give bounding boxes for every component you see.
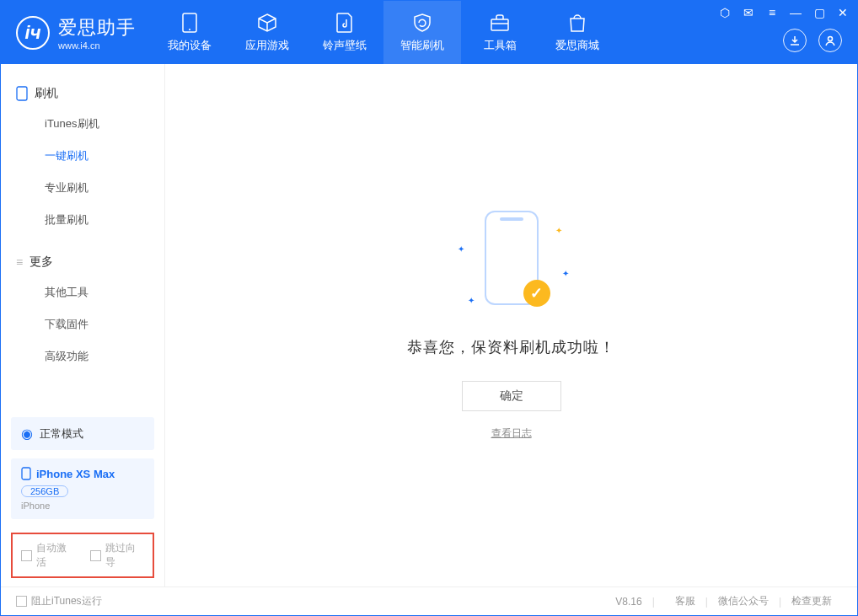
- nav-tab-ringtones[interactable]: 铃声壁纸: [306, 1, 383, 64]
- app-subtitle: www.i4.cn: [58, 40, 136, 51]
- success-message: 恭喜您，保资料刷机成功啦！: [407, 337, 615, 357]
- footer-link-support[interactable]: 客服: [675, 594, 695, 608]
- svg-point-3: [829, 37, 833, 41]
- checkbox-block-itunes[interactable]: 阻止iTunes运行: [16, 594, 102, 608]
- sidebar-item-advanced[interactable]: 高级功能: [1, 340, 164, 372]
- nav-tab-toolbox[interactable]: 工具箱: [461, 1, 539, 64]
- logo-area: iч 爱思助手 www.i4.cn: [1, 1, 151, 64]
- nav-tab-label: 爱思商城: [555, 38, 599, 53]
- music-file-icon: [333, 13, 357, 33]
- checkbox-icon: [90, 550, 101, 561]
- checkbox-skip-guide[interactable]: 跳过向导: [90, 541, 144, 570]
- checkbox-label: 阻止iTunes运行: [31, 594, 102, 608]
- feedback-icon[interactable]: ✉: [741, 6, 756, 19]
- nav-tab-my-device[interactable]: 我的设备: [151, 1, 228, 64]
- version-label: V8.16: [615, 596, 641, 608]
- device-name-row: iPhone XS Max: [21, 467, 144, 480]
- app-title: 爱思助手: [58, 15, 136, 40]
- app-window: iч 爱思助手 www.i4.cn 我的设备 应用游戏: [0, 0, 858, 616]
- sidebar-item-batch-flash[interactable]: 批量刷机: [1, 204, 164, 236]
- nav-tab-label: 我的设备: [168, 38, 212, 53]
- shirt-icon[interactable]: ⬡: [717, 6, 732, 19]
- checkbox-label: 自动激活: [36, 541, 75, 570]
- device-box[interactable]: iPhone XS Max 256GB iPhone: [11, 458, 154, 519]
- sidebar-item-other-tools[interactable]: 其他工具: [1, 276, 164, 308]
- svg-rect-5: [22, 468, 30, 479]
- divider: |: [652, 596, 655, 608]
- sidebar-group-title: 刷机: [35, 86, 58, 101]
- success-illustration: ✓ ✦ ✦ ✦ ✦: [453, 211, 571, 312]
- bag-icon: [566, 13, 589, 33]
- window-controls: ⬡ ✉ ≡ ― ▢ ✕: [717, 6, 850, 19]
- svg-rect-4: [17, 87, 27, 100]
- sidebar-item-itunes-flash[interactable]: iTunes刷机: [1, 108, 164, 140]
- nav-tabs: 我的设备 应用游戏 铃声壁纸 智能刷机: [151, 1, 616, 64]
- nav-tab-apps[interactable]: 应用游戏: [228, 1, 306, 64]
- phone-icon: [21, 467, 31, 480]
- sidebar-item-pro-flash[interactable]: 专业刷机: [1, 172, 164, 204]
- close-button[interactable]: ✕: [835, 6, 850, 19]
- sidebar-list: 刷机 iTunes刷机 一键刷机 专业刷机 批量刷机 ≡ 更多 其他工具 下载固…: [1, 64, 164, 417]
- footer-link-update[interactable]: 检查更新: [791, 594, 832, 608]
- sidebar-group-title: 更多: [29, 254, 53, 270]
- svg-point-1: [189, 29, 190, 30]
- nav-tab-label: 铃声壁纸: [323, 38, 367, 53]
- nav-tab-store[interactable]: 爱思商城: [539, 1, 616, 64]
- sidebar-group-flash: 刷机: [1, 79, 164, 108]
- main-content: ✓ ✦ ✦ ✦ ✦ 恭喜您，保资料刷机成功啦！ 确定 查看日志: [165, 64, 857, 587]
- mode-box[interactable]: ◉ 正常模式: [11, 417, 154, 450]
- checkbox-icon: [16, 596, 27, 607]
- divider: |: [779, 596, 781, 608]
- sparkle-icon: ✦: [562, 269, 569, 278]
- device-capacity: 256GB: [21, 485, 68, 497]
- sparkle-icon: ✦: [555, 226, 562, 235]
- list-icon: ≡: [16, 255, 23, 269]
- body: 刷机 iTunes刷机 一键刷机 专业刷机 批量刷机 ≡ 更多 其他工具 下载固…: [1, 64, 857, 587]
- svg-rect-2: [491, 19, 508, 30]
- checkbox-icon: [21, 550, 32, 561]
- footer: 阻止iTunes运行 V8.16 | 客服 | 微信公众号 | 检查更新: [1, 587, 857, 615]
- minimize-button[interactable]: ―: [788, 6, 803, 19]
- nav-tab-label: 智能刷机: [400, 38, 444, 53]
- ok-button[interactable]: 确定: [462, 381, 561, 411]
- sidebar-item-download-firmware[interactable]: 下载固件: [1, 308, 164, 340]
- logo-icon: iч: [16, 16, 50, 50]
- device-name: iPhone XS Max: [36, 468, 115, 480]
- checkbox-label: 跳过向导: [105, 541, 144, 570]
- toolbox-icon: [488, 13, 512, 33]
- header: iч 爱思助手 www.i4.cn 我的设备 应用游戏: [1, 1, 857, 64]
- device-icon: [178, 13, 201, 33]
- check-badge-icon: ✓: [523, 280, 550, 307]
- shield-refresh-icon: [410, 13, 434, 33]
- nav-tab-label: 工具箱: [484, 38, 517, 53]
- menu-icon[interactable]: ≡: [764, 6, 780, 19]
- mode-label: 正常模式: [40, 426, 83, 442]
- sparkle-icon: ✦: [468, 296, 475, 305]
- options-highlight: 自动激活 跳过向导: [11, 533, 154, 578]
- cube-icon: [255, 13, 279, 33]
- logo-text: 爱思助手 www.i4.cn: [58, 15, 136, 51]
- phone-icon: [16, 86, 28, 101]
- maximize-button[interactable]: ▢: [812, 6, 827, 19]
- nav-tab-flash[interactable]: 智能刷机: [383, 1, 461, 64]
- sidebar: 刷机 iTunes刷机 一键刷机 专业刷机 批量刷机 ≡ 更多 其他工具 下载固…: [1, 64, 165, 587]
- sparkle-icon: ✦: [458, 244, 464, 254]
- checkbox-auto-activate[interactable]: 自动激活: [21, 541, 75, 570]
- divider: |: [705, 596, 708, 608]
- header-actions: [783, 29, 842, 52]
- sidebar-item-oneclick-flash[interactable]: 一键刷机: [1, 140, 164, 172]
- sidebar-group-more: ≡ 更多: [1, 248, 164, 276]
- device-type: iPhone: [21, 501, 144, 511]
- mode-icon: ◉: [21, 426, 33, 442]
- user-button[interactable]: [818, 29, 842, 52]
- download-button[interactable]: [783, 29, 807, 52]
- nav-tab-label: 应用游戏: [245, 38, 289, 53]
- footer-link-wechat[interactable]: 微信公众号: [718, 594, 769, 608]
- view-log-link[interactable]: 查看日志: [491, 426, 532, 441]
